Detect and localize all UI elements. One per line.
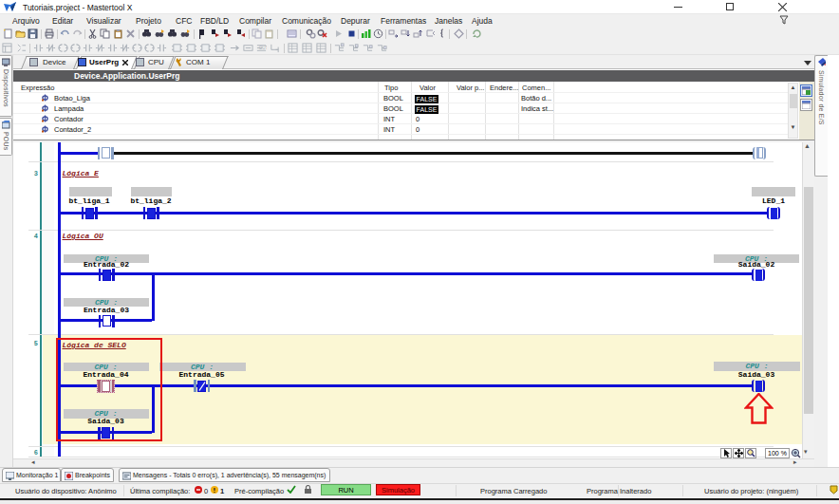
svg-text:OUT: OUT — [259, 46, 267, 50]
